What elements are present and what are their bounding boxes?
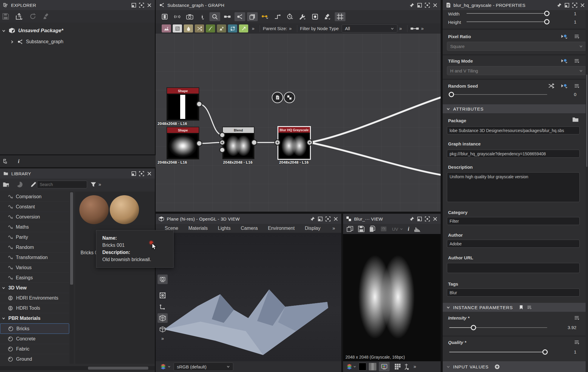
transform-axis-icon[interactable] [158,302,168,311]
library-overflow-chevrons[interactable]: » [97,182,103,187]
node-blend[interactable]: Blend [222,127,254,159]
background-gray-swatch[interactable] [369,363,376,371]
chevron-right-icon[interactable] [10,40,14,44]
float-icon[interactable] [417,3,422,8]
tiling-mode-select[interactable]: H and V Tiling [447,66,586,75]
uv-view-icon[interactable] [158,291,168,300]
menu-camera[interactable]: Camera [241,226,258,231]
menu-overflow-chevrons[interactable]: » [331,226,337,231]
library-item[interactable]: Comparison [0,192,69,202]
close-icon[interactable] [333,216,338,221]
maximize-icon[interactable] [139,171,144,176]
library-item[interactable]: HDRI Environments [0,293,69,303]
measure-tripod-icon[interactable] [403,363,409,370]
properties-scrollbar[interactable] [586,10,588,372]
info-tab-icon[interactable]: i [18,158,19,165]
open-folder-icon[interactable] [572,116,579,123]
preset-icon[interactable] [573,340,580,345]
save-icon[interactable] [2,13,9,20]
bookmark-icon[interactable] [519,305,524,310]
material-thumbnail-bricks-005[interactable] [110,195,139,224]
filter-node-type-select[interactable]: All [342,24,397,32]
pin-icon[interactable] [409,3,414,8]
menu-environment[interactable]: Environment [268,226,295,231]
frame-all-icon[interactable] [159,12,170,21]
filter-height-nodes-icon[interactable] [217,24,226,32]
shuffle-icon[interactable] [548,83,555,89]
float-icon[interactable] [417,216,422,221]
filter-image-nodes-icon[interactable] [162,24,171,32]
wrench-icon[interactable] [297,12,308,21]
trailing-overflow-chevrons[interactable]: » [419,26,425,31]
tags-input[interactable] [447,289,580,297]
add-input-icon[interactable] [495,364,500,369]
background-black-swatch[interactable] [359,363,366,371]
author-url-input[interactable] [447,263,580,273]
view2d-viewport[interactable]: 2048 x 2048 (Grayscale, 16bpc) [343,234,441,361]
timer-icon[interactable] [285,12,295,21]
preset-icon[interactable] [573,58,580,63]
channels-icon[interactable] [160,363,166,370]
search-icon[interactable] [209,12,220,21]
node-comment-badge[interactable] [272,92,283,103]
close-icon[interactable] [147,3,152,8]
chevron-down-icon[interactable] [353,365,356,368]
search-input[interactable] [37,181,87,188]
preset-icon[interactable] [527,305,532,310]
wireframe-cube-icon[interactable] [158,325,168,334]
grid-tiles-icon[interactable] [394,363,401,370]
float-icon[interactable] [131,171,136,176]
float-icon[interactable] [131,3,136,8]
maximize-icon[interactable] [325,216,331,221]
library-scrollbar[interactable] [70,192,74,364]
new-folder-icon[interactable] [2,181,10,188]
maximize-icon[interactable] [425,216,430,221]
material-thumbnail-bricks-001[interactable] [79,195,109,224]
tile-overflow-chevrons[interactable]: » [250,26,256,31]
node-shape-2[interactable]: Shape [166,127,199,159]
layers-icon[interactable] [247,12,258,21]
filter-curve-nodes-icon[interactable] [206,24,215,32]
library-item[interactable]: Parity [0,232,69,242]
function-icon[interactable] [561,83,568,89]
edit-pencil-icon[interactable] [30,181,37,188]
display-settings-icon[interactable] [158,275,168,284]
package-input[interactable] [447,126,580,134]
input-values-section-header[interactable]: INPUT VALUES [443,361,586,372]
library-group-3d-view[interactable]: 3D View [0,283,69,293]
pin-icon[interactable] [310,216,315,221]
clean-graph-icon[interactable] [322,12,333,21]
library-item-bricks[interactable]: Bricks [0,323,69,334]
close-icon[interactable] [433,3,438,8]
pin-icon[interactable] [557,3,562,8]
filter-transform-nodes-icon[interactable] [228,24,237,32]
tree-item-graph[interactable]: Substance_graph [0,36,155,47]
float-icon[interactable] [318,216,323,221]
preset-icon[interactable] [573,34,580,39]
menu-materials[interactable]: Materials [188,226,208,231]
library-item[interactable]: HDRI Tools [0,303,69,313]
attributes-section-header[interactable]: ATTRIBUTES [443,104,586,113]
filter-generator-nodes-icon[interactable] [239,24,248,32]
info-icon[interactable] [197,12,208,21]
clean-icon[interactable] [43,13,50,20]
chevron-down-icon[interactable] [2,29,6,33]
bar-overflow-chevrons[interactable]: » [412,364,418,369]
chevron-down-icon[interactable] [168,365,171,368]
library-item[interactable]: Constant [0,202,69,212]
close-icon[interactable] [433,216,438,221]
preset-icon[interactable] [573,83,580,89]
function-icon[interactable] [561,34,568,39]
output-view-icon[interactable] [310,12,320,21]
channels-icon[interactable] [346,363,353,370]
filter-noise-nodes-icon[interactable] [184,24,193,32]
library-item[interactable]: Fabric [0,344,69,354]
filter-icon[interactable] [90,182,97,187]
reload-icon[interactable] [29,13,36,20]
node-tree-icon[interactable] [234,12,245,21]
node-pair-icon[interactable] [410,26,419,31]
library-item[interactable]: Ground [0,354,69,364]
library-item[interactable]: Random [0,242,69,252]
view3d-viewport[interactable]: » [156,233,341,361]
elbow-connector-icon[interactable] [272,12,283,21]
